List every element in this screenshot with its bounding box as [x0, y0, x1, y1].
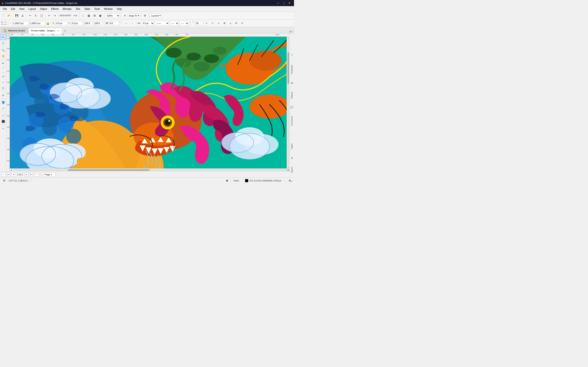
scroll-track-h[interactable]: [13, 169, 286, 171]
export-tab[interactable]: Export: [290, 166, 293, 174]
text-tool[interactable]: A: [0, 92, 6, 98]
print-button[interactable]: 🖨: [20, 13, 25, 18]
new-button[interactable]: 📄: [1, 13, 6, 18]
first-page-button[interactable]: |◄: [7, 173, 11, 176]
object-height-input[interactable]: [29, 21, 45, 25]
order-button[interactable]: ⧉: [233, 21, 239, 26]
export-icon[interactable]: ⬆: [290, 157, 294, 159]
publish-pdf-button[interactable]: PDF: [73, 13, 78, 18]
stroke-width-combo[interactable]: 0.5 pt 1.0 pt: [141, 21, 154, 25]
flip-v-button[interactable]: ↕: [130, 21, 135, 26]
objects-icon[interactable]: ⊞: [290, 82, 294, 84]
align-button[interactable]: ≡: [216, 21, 221, 26]
zoom-fit-button[interactable]: ⊕: [287, 168, 290, 171]
prev-page-button[interactable]: ◄: [11, 173, 16, 176]
properties-tab[interactable]: Properties: [290, 64, 293, 75]
tab-add-button[interactable]: +: [63, 28, 68, 33]
add-page-end-button[interactable]: +: [34, 173, 38, 176]
options-status-button[interactable]: ⚙: [2, 178, 7, 183]
arrow-end-combo[interactable]: —: [180, 21, 189, 25]
scroll-down-button[interactable]: ▼: [287, 166, 290, 168]
scale-h-input[interactable]: [94, 21, 103, 25]
snap-to-dropdown[interactable]: Snap To ▾: [128, 13, 140, 18]
scroll-up-button[interactable]: ▲: [287, 37, 290, 40]
scroll-thumb-v[interactable]: [287, 52, 289, 84]
menu-text[interactable]: Text: [73, 7, 82, 11]
scale-w-input[interactable]: [84, 21, 93, 25]
comments-tab[interactable]: Comments: [290, 115, 293, 127]
undo-button[interactable]: ↩: [46, 13, 52, 18]
menu-bitmaps[interactable]: Bitmaps: [61, 7, 73, 11]
tab-dragon[interactable]: Firman Hatibu - Dragon... ✕: [28, 28, 62, 33]
snap-options-button[interactable]: ⚙: [122, 13, 127, 18]
bezier-tool[interactable]: ⌒: [0, 66, 6, 72]
minimize-button[interactable]: —: [275, 0, 281, 6]
pages-tab[interactable]: Pages: [290, 142, 293, 150]
menu-object[interactable]: Object: [38, 7, 49, 11]
menu-table[interactable]: Table: [82, 7, 92, 11]
add-panel-button[interactable]: +: [240, 21, 245, 26]
zoom-combo[interactable]: 626% 100% 200% 400%: [105, 13, 120, 18]
x-input[interactable]: [55, 21, 68, 25]
tab-close-icon[interactable]: ✕: [58, 30, 59, 32]
zoom-fit-status-button[interactable]: ⊕: [287, 178, 292, 183]
freehand-tool[interactable]: ✏: [0, 60, 6, 66]
vertical-scrollbar[interactable]: ▲ ▼: [287, 37, 290, 168]
stroke-color-swatch[interactable]: [245, 179, 248, 182]
menu-layout[interactable]: Layout: [26, 7, 38, 11]
view-grid-button[interactable]: ⊞: [92, 13, 97, 18]
objects-tab[interactable]: Objects: [290, 91, 293, 100]
view-enhanced-button[interactable]: ▦: [86, 13, 91, 18]
menu-tools[interactable]: Tools: [92, 7, 102, 11]
menu-help[interactable]: Help: [115, 7, 124, 11]
hint-close-icon[interactable]: ✕: [289, 30, 292, 33]
smart-fill-tool[interactable]: ⬛: [0, 118, 6, 124]
canvas[interactable]: [10, 37, 290, 171]
convert-button[interactable]: ⊂: [210, 21, 215, 26]
tab-welcome[interactable]: 🏠 Welcome Screen: [1, 27, 28, 33]
menu-file[interactable]: File: [1, 7, 9, 11]
arrow-start-combo[interactable]: —: [170, 21, 179, 25]
line-type-combo[interactable]: —— - - -: [155, 21, 169, 25]
hints-icon[interactable]: ?: [290, 54, 294, 57]
angle-input[interactable]: [109, 21, 119, 25]
menu-view[interactable]: View: [17, 7, 26, 11]
horizontal-scrollbar[interactable]: ◄ ►: [10, 168, 290, 171]
redo-button[interactable]: ↪: [52, 13, 57, 18]
close-button[interactable]: ✕: [287, 0, 292, 6]
scroll-left-button[interactable]: ◄: [10, 169, 13, 171]
corner-add-button[interactable]: +: [204, 21, 209, 26]
select-tool[interactable]: ↖: [0, 34, 6, 40]
corner-radius-input[interactable]: [195, 21, 203, 25]
fill-tool[interactable]: 🪣: [0, 100, 6, 105]
polygon-tool[interactable]: ⬡: [0, 85, 6, 91]
last-page-button[interactable]: ►|: [29, 173, 34, 176]
export-button[interactable]: ⬆PDF: [65, 13, 71, 18]
view-page-button[interactable]: ▣: [98, 13, 103, 18]
add-page-button[interactable]: +: [2, 173, 6, 176]
pages-icon[interactable]: 📄: [290, 133, 294, 136]
options-button[interactable]: ⚙: [142, 13, 148, 18]
launch-dropdown[interactable]: Launch ▾: [150, 13, 162, 18]
copy-button[interactable]: ⎘: [33, 13, 38, 18]
scroll-thumb-h[interactable]: [68, 169, 150, 171]
import-button[interactable]: ⬇PDF: [60, 13, 65, 18]
ellipse-tool[interactable]: ○: [0, 79, 6, 85]
menu-edit[interactable]: Edit: [9, 7, 17, 11]
scroll-track-v[interactable]: [287, 40, 289, 165]
comments-icon[interactable]: 💬: [290, 106, 294, 109]
open-button[interactable]: 📂: [7, 13, 12, 18]
maximize-button[interactable]: □: [281, 0, 287, 6]
menu-effects[interactable]: Effects: [49, 7, 61, 11]
rectangle-tool[interactable]: ▭: [0, 73, 6, 79]
hint-close[interactable]: ✕ ?: [289, 30, 293, 33]
pan-tool[interactable]: ✋: [0, 53, 6, 59]
cut-button[interactable]: ✂: [27, 13, 33, 18]
paste-button[interactable]: 📋: [39, 13, 44, 18]
node-tool[interactable]: ⬡: [0, 40, 6, 46]
flip-h-button[interactable]: ↔: [123, 21, 129, 26]
eyedropper-tool[interactable]: 💉: [0, 105, 6, 111]
crop-tool[interactable]: ⬚: [0, 113, 6, 118]
y-input[interactable]: [71, 21, 83, 25]
save-button[interactable]: 💾: [14, 13, 19, 18]
